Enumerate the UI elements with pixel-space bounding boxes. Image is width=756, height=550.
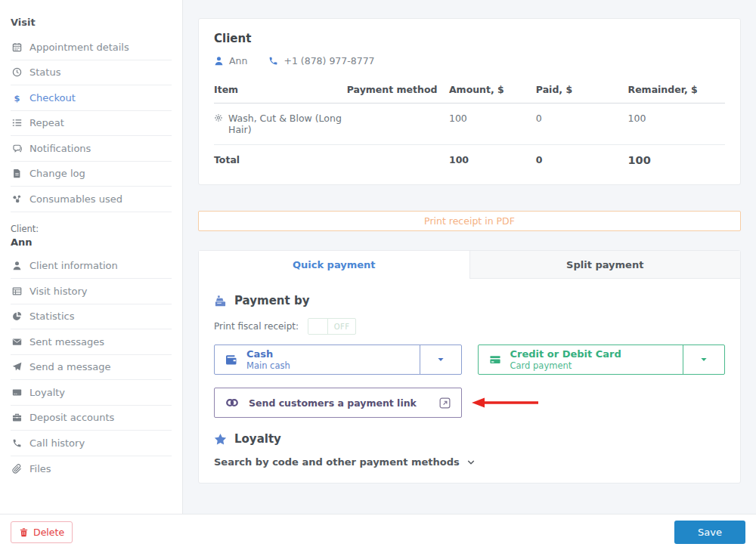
sidebar-item-send-a-message[interactable]: Send a message	[11, 355, 172, 381]
quick-payment-panel-body: Payment by Print fiscal receipt: OFF	[199, 279, 740, 483]
sidebar-item-notifications[interactable]: Notifications	[11, 136, 172, 162]
sidebar-item-loyalty[interactable]: Loyalty	[11, 380, 172, 406]
delete-button[interactable]: Delete	[11, 521, 73, 543]
column-header-item: Item	[214, 76, 347, 104]
sidebar-item-deposit-accounts[interactable]: Deposit accounts	[11, 406, 172, 431]
sidebar-item-checkout[interactable]: $ Checkout	[11, 85, 172, 111]
payment-by-heading: Payment by	[214, 294, 725, 307]
checkout-items-table: Item Payment method Amount, $ Paid, $ Re…	[214, 76, 725, 175]
sidebar-item-visit-history[interactable]: Visit history	[11, 279, 172, 304]
payment-tabs: Quick payment Split payment	[199, 251, 740, 279]
column-header-amount: Amount, $	[449, 76, 536, 104]
total-amount: 100	[449, 145, 536, 176]
sidebar-item-label: Repeat	[29, 117, 64, 128]
method-subtitle: Card payment	[510, 360, 683, 371]
dollar-icon: $	[11, 93, 23, 103]
wallet-icon	[225, 354, 237, 366]
content-area: Client Ann +1 (878) 977-8777	[183, 0, 756, 514]
sidebar-item-appointment-details[interactable]: Appointment details	[11, 35, 172, 60]
payment-methods-row: Cash Main cash Credit or Debit Card	[214, 345, 725, 375]
fiscal-receipt-row: Print fiscal receipt: OFF	[214, 318, 725, 335]
pie-chart-icon	[11, 311, 23, 321]
loyalty-heading: Loyalty	[214, 432, 725, 446]
client-card: Client Ann +1 (878) 977-8777	[198, 18, 741, 185]
sidebar-item-label: Appointment details	[29, 42, 129, 53]
payment-link-row: Send customers a payment link	[214, 388, 725, 418]
cell-remainder: 100	[628, 104, 725, 145]
search-payment-methods-expander[interactable]: Search by code and other payment methods	[214, 456, 725, 468]
send-payment-link-button[interactable]: Send customers a payment link	[214, 388, 462, 418]
method-subtitle: Main cash	[246, 360, 420, 371]
phone-icon	[268, 56, 278, 66]
phone-icon	[11, 438, 23, 448]
cash-payment-button[interactable]: Cash Main cash	[214, 345, 462, 375]
sidebar-item-status[interactable]: Status	[11, 60, 172, 86]
star-icon	[214, 433, 227, 446]
sidebar-item-change-log[interactable]: Change log	[11, 162, 172, 187]
credit-card-icon	[489, 354, 501, 366]
print-receipt-pdf-button[interactable]: Print receipt in PDF	[198, 211, 741, 231]
external-link-icon	[439, 397, 451, 409]
client-phone-link[interactable]: +1 (878) 977-8777	[268, 55, 374, 66]
sidebar: Visit Appointment details Status $ Check…	[0, 0, 183, 514]
payment-by-title: Payment by	[234, 294, 309, 307]
sidebar-item-label: Deposit accounts	[29, 412, 114, 423]
cash-register-icon	[214, 295, 227, 307]
paper-plane-icon	[11, 362, 23, 372]
method-name: Credit or Debit Card	[510, 348, 683, 360]
column-header-payment-method: Payment method	[347, 76, 449, 104]
list-icon	[11, 118, 23, 128]
column-header-paid: Paid, $	[536, 76, 628, 104]
gear-icon	[214, 113, 223, 122]
save-button[interactable]: Save	[674, 521, 745, 544]
svg-text:$: $	[14, 93, 20, 103]
briefcase-icon	[11, 412, 23, 422]
card-dropdown-caret[interactable]	[683, 345, 724, 374]
sidebar-item-call-history[interactable]: Call history	[11, 431, 172, 456]
fiscal-receipt-toggle[interactable]: OFF	[308, 318, 356, 335]
card-payment-button[interactable]: Credit or Debit Card Card payment	[478, 345, 726, 375]
sidebar-item-label: Loyalty	[29, 387, 65, 398]
toggle-knob	[308, 319, 328, 334]
paperclip-icon	[11, 464, 23, 474]
toggle-state-label: OFF	[328, 319, 355, 334]
table-total-row: Total 100 0 100	[214, 145, 725, 176]
cash-dropdown-caret[interactable]	[420, 345, 461, 374]
client-name-link[interactable]: Ann	[214, 55, 247, 66]
sidebar-client-name: Ann	[11, 236, 172, 248]
person-icon	[11, 261, 23, 270]
sidebar-item-client-information[interactable]: Client information	[11, 254, 172, 280]
column-header-remainder: Remainder, $	[628, 76, 725, 104]
main-row: Visit Appointment details Status $ Check…	[0, 0, 756, 514]
sidebar-item-statistics[interactable]: Statistics	[11, 304, 172, 330]
file-icon	[11, 168, 23, 178]
service-name: Wash, Cut & Blow (Long Hair)	[228, 113, 342, 135]
table-row: Wash, Cut & Blow (Long Hair) 100 0 100	[214, 104, 725, 145]
sidebar-item-files[interactable]: Files	[11, 456, 172, 482]
table-icon	[11, 286, 23, 296]
payment-link-label: Send customers a payment link	[249, 397, 439, 409]
card-method-text: Credit or Debit Card Card payment	[510, 348, 683, 372]
consumables-icon	[11, 194, 23, 204]
footer-bar: Delete Save	[0, 514, 756, 550]
sidebar-item-label: Change log	[29, 168, 85, 179]
client-phone-text: +1 (878) 977-8777	[284, 55, 374, 66]
sidebar-item-consumables-used[interactable]: Consumables used	[11, 187, 172, 212]
red-arrow-annotation	[471, 397, 539, 408]
total-label: Total	[214, 145, 347, 176]
sidebar-item-label: Sent messages	[29, 336, 104, 348]
tab-quick-payment[interactable]: Quick payment	[199, 251, 469, 279]
tab-split-payment[interactable]: Split payment	[469, 251, 741, 279]
sidebar-item-sent-messages[interactable]: Sent messages	[11, 329, 172, 355]
total-paid: 0	[536, 145, 628, 176]
total-payment-method	[347, 145, 449, 176]
sidebar-item-label: Status	[29, 66, 60, 78]
chevron-down-icon	[699, 355, 708, 364]
total-remainder: 100	[628, 145, 725, 176]
chevron-down-icon	[466, 458, 476, 467]
client-meta: Ann +1 (878) 977-8777	[214, 55, 725, 66]
sidebar-item-repeat[interactable]: Repeat	[11, 111, 172, 137]
cash-method-text: Cash Main cash	[246, 348, 420, 372]
method-name: Cash	[246, 348, 420, 360]
calendar-icon	[11, 42, 23, 52]
